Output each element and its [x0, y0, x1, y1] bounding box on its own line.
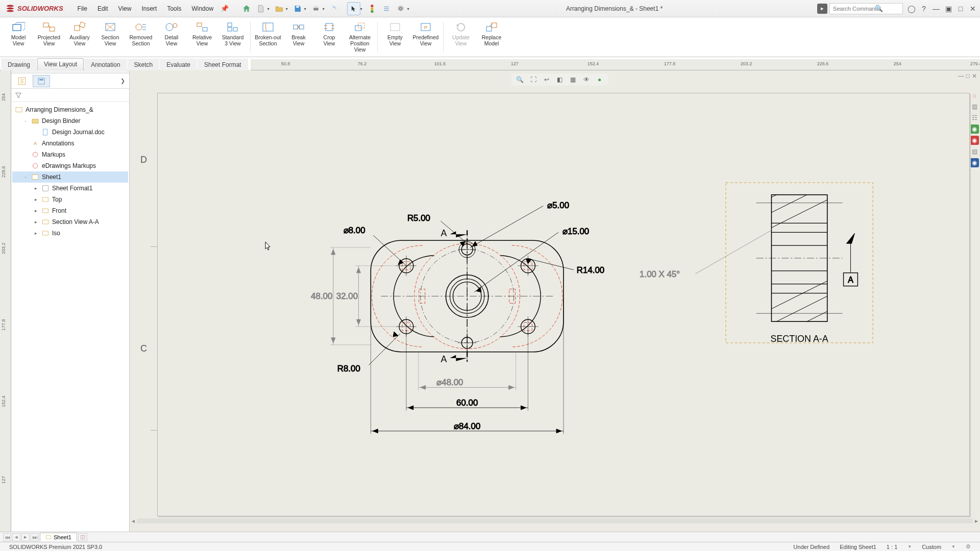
drawing-sheet[interactable]: D C — [157, 93, 970, 516]
svg-point-14 — [166, 23, 173, 31]
tree-item[interactable]: ▸Section View A-A — [12, 216, 128, 228]
drawing-canvas[interactable]: 🔍 ⛶ ↩ ◧ ▦ 👁 ● — □ ✕ ⌂ ▥ ☷ ◉ ◉ ▤ ◉ 876543 — [130, 70, 980, 532]
section-view-button[interactable]: SectionView — [95, 19, 126, 55]
library-pane-icon[interactable]: ☷ — [970, 113, 979, 122]
zoom-prev-icon[interactable]: ↩ — [541, 74, 552, 85]
sheet-prev-icon[interactable]: ◂ — [12, 533, 20, 541]
canvas-close-icon[interactable]: ✕ — [972, 72, 977, 80]
home-pane-icon[interactable]: ⌂ — [970, 91, 979, 100]
relative-view-button[interactable]: RelativeView — [187, 19, 217, 55]
undo-button[interactable] — [328, 2, 341, 15]
tree-item[interactable]: -Sheet1 — [12, 171, 128, 183]
property-tab[interactable] — [33, 75, 50, 87]
settings-button[interactable]: ▼ — [394, 2, 407, 15]
hide-show-icon[interactable]: 👁 — [581, 74, 592, 85]
status-custom-dd[interactable]: ▼ — [951, 544, 955, 549]
print-button[interactable]: ▼ — [309, 2, 323, 15]
restore-button[interactable]: ▣ — [943, 4, 953, 14]
funnel-icon[interactable] — [14, 91, 22, 99]
help-icon[interactable]: ? — [919, 4, 929, 14]
tree-item[interactable]: Markups — [12, 149, 128, 160]
menu-view[interactable]: View — [114, 3, 136, 14]
resources-pane-icon[interactable]: ▥ — [970, 102, 979, 111]
status-custom[interactable]: Custom — [922, 544, 941, 550]
feature-tree-tab[interactable] — [13, 75, 31, 87]
open-button[interactable]: ▼ — [273, 2, 286, 15]
zoom-area-icon[interactable]: ⛶ — [528, 74, 539, 85]
crop-view-button[interactable]: CropView — [314, 19, 345, 55]
removed-section-button[interactable]: RemovedSection — [126, 19, 156, 55]
traffic-light-icon[interactable] — [365, 2, 379, 15]
svg-text:⌀5.00: ⌀5.00 — [547, 201, 569, 210]
tab-sheet-format[interactable]: Sheet Format — [198, 59, 248, 70]
tree-item[interactable]: ▸Front — [12, 205, 128, 216]
tab-drawing[interactable]: Drawing — [1, 59, 37, 70]
tab-evaluate[interactable]: Evaluate — [160, 59, 197, 70]
section-hud-icon[interactable]: ◧ — [554, 74, 566, 85]
panel-collapse-icon[interactable]: ❯ — [118, 78, 127, 84]
ribbon: ModelView ProjectedView AuxiliaryView Se… — [0, 17, 980, 57]
detail-view-button[interactable]: DetailView — [156, 19, 187, 55]
new-button[interactable]: ▼ — [254, 2, 267, 15]
projected-view-button[interactable]: ProjectedView — [34, 19, 64, 55]
alternate-position-button[interactable]: AlternatePositionView — [345, 19, 375, 55]
menu-tools[interactable]: Tools — [163, 3, 185, 14]
forum-pane-icon[interactable]: ◉ — [970, 158, 979, 167]
tree-item[interactable]: Design Journal.doc — [12, 127, 128, 138]
status-version: SOLIDWORKS Premium 2021 SP3.0 — [9, 544, 102, 550]
tree-item[interactable]: ▸Sheet Format1 — [12, 183, 128, 194]
tab-sketch[interactable]: Sketch — [128, 59, 160, 70]
menu-window[interactable]: Window — [187, 3, 217, 14]
empty-view-button[interactable]: EmptyView — [380, 19, 410, 55]
tree-item[interactable]: eDrawings Markups — [12, 160, 128, 171]
canvas-min-icon[interactable]: — — [958, 72, 964, 80]
status-scale-dd[interactable]: ▼ — [908, 544, 912, 549]
minimize-button[interactable]: — — [931, 4, 941, 14]
standard-3view-button[interactable]: Standard3 View — [217, 19, 248, 55]
close-button[interactable]: ✕ — [968, 4, 978, 14]
tab-view-layout[interactable]: View Layout — [37, 58, 84, 70]
sheet-next-icon[interactable]: ▸ — [21, 533, 30, 541]
menu-file[interactable]: File — [74, 3, 91, 14]
display-style-icon[interactable]: ▦ — [568, 74, 579, 85]
auxiliary-view-button[interactable]: AuxiliaryView — [64, 19, 95, 55]
search-toggle-icon[interactable]: ▸ — [817, 4, 827, 14]
select-button[interactable]: ▼ — [347, 2, 360, 15]
properties-pane-icon[interactable]: ▤ — [970, 147, 979, 156]
menu-insert[interactable]: Insert — [137, 3, 161, 14]
appearance-pane-icon[interactable]: ◉ — [970, 136, 979, 145]
save-button[interactable]: ▼ — [291, 2, 304, 15]
canvas-max-icon[interactable]: □ — [966, 72, 970, 80]
user-icon[interactable]: ◯ — [906, 4, 917, 14]
sheet-first-icon[interactable]: ⏮ — [3, 533, 11, 541]
h-scrollbar[interactable]: ◂ ▸ — [130, 517, 980, 524]
status-gear-icon[interactable]: ⚙ — [966, 543, 971, 550]
sheet-tab-1[interactable]: Sheet1 — [40, 533, 77, 541]
search-input[interactable] — [829, 3, 903, 14]
tree-item[interactable]: ▸Top — [12, 194, 128, 205]
break-view-button[interactable]: BreakView — [283, 19, 314, 55]
tree-root[interactable]: Arranging Dimensions_& — [12, 104, 128, 115]
sheet-add-button[interactable]: ◫ — [78, 533, 87, 541]
tree-item[interactable]: AAnnotations — [12, 138, 128, 149]
replace-model-button[interactable]: ReplaceModel — [476, 19, 507, 55]
view-palette-pane-icon[interactable]: ◉ — [970, 124, 979, 134]
tree-item[interactable]: ▸Iso — [12, 228, 128, 239]
maximize-button[interactable]: □ — [955, 4, 966, 14]
zoom-fit-icon[interactable]: 🔍 — [514, 74, 526, 85]
pin-icon[interactable]: 📌 — [220, 5, 229, 12]
predefined-view-button[interactable]: PPredefinedView — [410, 19, 441, 55]
tab-annotation[interactable]: Annotation — [84, 59, 127, 70]
model-view-button[interactable]: ModelView — [3, 19, 34, 55]
svg-rect-41 — [32, 174, 38, 179]
sheet-last-icon[interactable]: ⏭ — [31, 533, 39, 541]
brokenout-section-button[interactable]: Broken-outSection — [253, 19, 283, 55]
menu-edit[interactable]: Edit — [93, 3, 112, 14]
render-icon[interactable]: ● — [594, 74, 605, 85]
status-scale[interactable]: 1 : 1 — [887, 544, 897, 550]
tree-item[interactable]: -Design Binder — [12, 115, 128, 127]
svg-rect-43 — [43, 197, 48, 202]
home-button[interactable] — [240, 2, 253, 15]
options-list-icon[interactable] — [380, 2, 393, 15]
search-icon[interactable]: 🔍 — [875, 5, 883, 12]
